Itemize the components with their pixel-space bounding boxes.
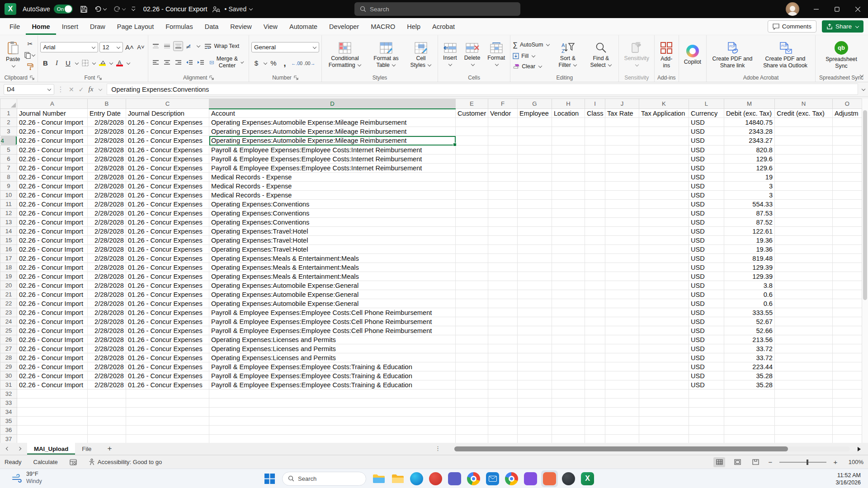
cell-E37[interactable] — [456, 435, 488, 443]
cell-G23[interactable] — [518, 308, 552, 317]
clipboard-dialog-launcher[interactable] — [30, 75, 34, 80]
cell-J19[interactable] — [605, 272, 639, 281]
cell-H1[interactable]: Location — [552, 109, 585, 118]
cell-M3[interactable]: 2343.28 — [724, 127, 775, 136]
cell-L9[interactable]: USD — [689, 182, 724, 191]
cell-B16[interactable]: 2/28/2028 — [88, 245, 126, 254]
cell-A1[interactable]: Journal Number — [17, 109, 88, 118]
saved-status[interactable]: • Saved — [225, 5, 253, 13]
next-sheet-icon[interactable] — [18, 447, 21, 450]
row-header-24[interactable]: 24 — [0, 317, 17, 326]
cell-O8[interactable] — [833, 173, 862, 182]
cell-L8[interactable]: USD — [689, 173, 724, 182]
cell-M35[interactable] — [724, 417, 775, 426]
row-header-33[interactable]: 33 — [0, 399, 17, 408]
align-center-icon[interactable] — [162, 57, 172, 67]
ribbon-tab-formulas[interactable]: Formulas — [160, 18, 198, 35]
cell-O1[interactable]: Adjustm — [833, 109, 862, 118]
cell-B22[interactable]: 2/28/2028 — [88, 299, 126, 308]
cell-A26[interactable]: 02.26 - Concur Import — [17, 335, 88, 344]
cell-E18[interactable] — [456, 263, 488, 272]
cell-N27[interactable] — [775, 344, 833, 353]
cell-M12[interactable]: 87.53 — [724, 209, 775, 218]
cell-K5[interactable] — [639, 145, 689, 155]
cell-K37[interactable] — [639, 435, 689, 443]
normal-view-icon[interactable] — [713, 457, 725, 467]
cell-M2[interactable]: 14840.75 — [724, 118, 775, 127]
column-header-L[interactable]: L — [689, 99, 724, 109]
cell-L36[interactable] — [689, 426, 724, 435]
cell-D29[interactable]: Payroll & Employee Expenses:Employee Cos… — [209, 362, 456, 371]
cell-D26[interactable]: Operating Expenses:Licenses and Permits — [209, 335, 456, 344]
cell-C31[interactable]: 01.26 - Concur Expenses — [126, 380, 209, 389]
cell-O27[interactable] — [833, 344, 862, 353]
cell-E26[interactable] — [456, 335, 488, 344]
cell-J9[interactable] — [605, 182, 639, 191]
decrease-font-icon[interactable]: A˅ — [136, 42, 146, 52]
cell-D31[interactable]: Payroll & Employee Expenses:Employee Cos… — [209, 380, 456, 389]
cell-C20[interactable]: 01.26 - Concur Expenses — [126, 281, 209, 290]
row-header-7[interactable]: 7 — [0, 164, 17, 173]
cell-C22[interactable]: 01.26 - Concur Expenses — [126, 299, 209, 308]
column-header-F[interactable]: F — [488, 99, 518, 109]
column-header-I[interactable]: I — [585, 99, 605, 109]
cell-F5[interactable] — [488, 145, 518, 155]
row-header-2[interactable]: 2 — [0, 118, 17, 127]
cell-E8[interactable] — [456, 173, 488, 182]
cell-E33[interactable] — [456, 399, 488, 408]
name-box[interactable]: D4 — [4, 84, 54, 95]
cell-K14[interactable] — [639, 227, 689, 236]
horizontal-scrollbar-thumb[interactable] — [454, 446, 788, 451]
cell-K8[interactable] — [639, 173, 689, 182]
row-header-21[interactable]: 21 — [0, 290, 17, 299]
cell-M6[interactable]: 129.6 — [724, 155, 775, 164]
cell-B24[interactable]: 2/28/2028 — [88, 317, 126, 326]
cell-D30[interactable]: Payroll & Employee Expenses:Employee Cos… — [209, 371, 456, 380]
cell-B7[interactable]: 2/28/2028 — [88, 164, 126, 173]
cell-M10[interactable]: 3 — [724, 191, 775, 200]
cell-H18[interactable] — [552, 263, 585, 272]
cell-J18[interactable] — [605, 263, 639, 272]
cell-G8[interactable] — [518, 173, 552, 182]
row-header-14[interactable]: 14 — [0, 227, 17, 236]
people-search-icon[interactable] — [212, 6, 220, 13]
cell-C19[interactable]: 01.26 - Concur Expenses — [126, 272, 209, 281]
cell-K26[interactable] — [639, 335, 689, 344]
cell-H2[interactable] — [552, 118, 585, 127]
cell-E2[interactable] — [456, 118, 488, 127]
fill-color-icon[interactable] — [97, 58, 107, 68]
cell-G7[interactable] — [518, 164, 552, 173]
cell-F26[interactable] — [488, 335, 518, 344]
cell-H8[interactable] — [552, 173, 585, 182]
cell-L34[interactable] — [689, 408, 724, 417]
cell-C5[interactable]: 01.26 - Concur Expenses — [126, 145, 209, 155]
cell-L12[interactable]: USD — [689, 209, 724, 218]
cell-N3[interactable] — [775, 127, 833, 136]
cell-F16[interactable] — [488, 245, 518, 254]
cell-B28[interactable]: 2/28/2028 — [88, 353, 126, 362]
cell-J34[interactable] — [605, 408, 639, 417]
cancel-formula-icon[interactable]: ✕ — [69, 86, 74, 93]
row-header-8[interactable]: 8 — [0, 173, 17, 182]
cell-G4[interactable] — [518, 136, 552, 145]
cell-N6[interactable] — [775, 155, 833, 164]
cell-K36[interactable] — [639, 426, 689, 435]
cell-D5[interactable]: Payroll & Employee Expenses:Employee Cos… — [209, 145, 456, 155]
cell-M23[interactable]: 333.55 — [724, 308, 775, 317]
cell-B32[interactable] — [88, 389, 126, 399]
row-header-27[interactable]: 27 — [0, 344, 17, 353]
cell-N4[interactable] — [775, 136, 833, 145]
cell-G16[interactable] — [518, 245, 552, 254]
cell-N1[interactable]: Credit (exc. Tax) — [775, 109, 833, 118]
cell-B26[interactable]: 2/28/2028 — [88, 335, 126, 344]
cell-G26[interactable] — [518, 335, 552, 344]
cell-O12[interactable] — [833, 209, 862, 218]
cell-L25[interactable]: USD — [689, 326, 724, 335]
cell-D17[interactable]: Operating Expenses:Meals & Entertainment… — [209, 254, 456, 263]
cell-L20[interactable]: USD — [689, 281, 724, 290]
row-header-10[interactable]: 10 — [0, 191, 17, 200]
cell-K24[interactable] — [639, 317, 689, 326]
autosave-toggle[interactable]: On — [54, 5, 73, 14]
paste-button[interactable]: Paste — [3, 38, 23, 72]
cell-I34[interactable] — [585, 408, 605, 417]
